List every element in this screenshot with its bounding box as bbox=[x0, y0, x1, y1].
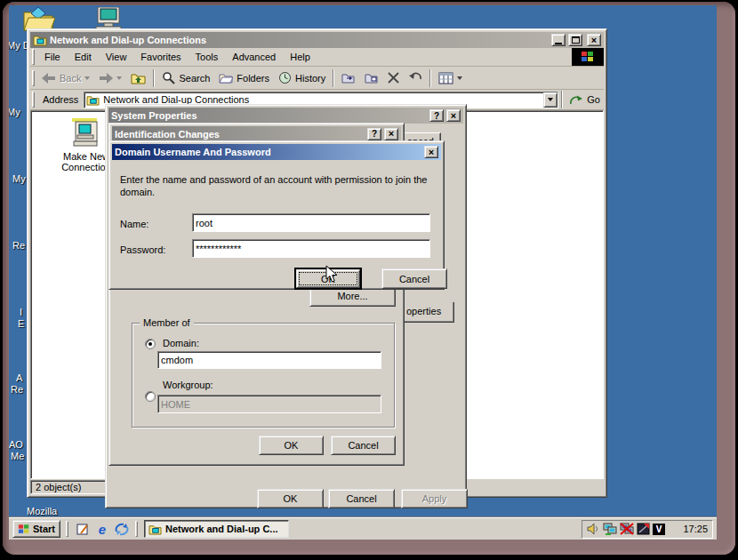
views-dropdown-icon[interactable] bbox=[457, 76, 462, 80]
delete-button[interactable] bbox=[383, 69, 404, 86]
member-of-groupbox: Member of Domain: Workgroup: bbox=[132, 323, 395, 428]
menu-favorites[interactable]: Favorites bbox=[133, 49, 188, 65]
history-icon bbox=[278, 71, 292, 84]
network-disconnected-icon[interactable] bbox=[620, 523, 634, 535]
properties-button-label: operties bbox=[406, 306, 441, 316]
sysprops-ok-label: OK bbox=[284, 493, 298, 504]
explorer-titlebar[interactable]: Network and Dial-up Connections × bbox=[30, 32, 604, 48]
desktop-screen: My D My My Re I E A Re AO Me Mozilla Net… bbox=[9, 5, 717, 540]
connections-folder-icon bbox=[33, 34, 47, 46]
delete-icon bbox=[388, 72, 399, 84]
desktop-label-recycle-bin[interactable]: Re bbox=[12, 240, 25, 251]
menu-help[interactable]: Help bbox=[283, 49, 317, 65]
up-button[interactable] bbox=[126, 69, 150, 87]
system-properties-titlebar[interactable]: System Properties ? × bbox=[108, 108, 463, 124]
desktop-label-acrobat-line1[interactable]: A bbox=[16, 372, 22, 383]
more-button-label: More... bbox=[337, 291, 367, 301]
internet-explorer-button[interactable]: e bbox=[94, 521, 110, 537]
toolbar-grip[interactable] bbox=[32, 70, 35, 86]
sysprops-ok-button[interactable]: OK bbox=[257, 489, 324, 508]
taskband-grip[interactable] bbox=[135, 521, 138, 537]
desktop-label-internet-line2[interactable]: E bbox=[18, 318, 24, 329]
taskbar-clock[interactable]: 17:25 bbox=[683, 524, 708, 534]
vnc-icon[interactable]: V bbox=[653, 524, 665, 535]
history-label: History bbox=[295, 73, 325, 84]
desktop-label-my-network[interactable]: My bbox=[12, 173, 26, 184]
search-label: Search bbox=[179, 73, 210, 84]
toolbar-separator bbox=[153, 69, 155, 87]
domain-input[interactable] bbox=[157, 351, 381, 369]
password-input[interactable] bbox=[192, 239, 430, 258]
identification-close-button[interactable]: × bbox=[384, 128, 398, 140]
domain-cancel-button[interactable]: Cancel bbox=[381, 268, 447, 289]
desktop-label-mozilla[interactable]: Mozilla bbox=[27, 506, 57, 516]
minimize-button[interactable] bbox=[551, 34, 566, 46]
identification-titlebar[interactable]: Identification Changes ? × bbox=[112, 126, 401, 141]
identification-help-button[interactable]: ? bbox=[367, 128, 381, 140]
domain-dialog-titlebar[interactable]: Domain Username And Password × bbox=[112, 144, 441, 160]
history-button[interactable]: History bbox=[274, 68, 330, 87]
search-button[interactable]: Search bbox=[157, 68, 214, 87]
address-label: Address bbox=[37, 94, 84, 105]
workgroup-radio[interactable] bbox=[145, 391, 156, 402]
show-desktop-button[interactable] bbox=[75, 521, 91, 537]
volume-icon[interactable] bbox=[587, 523, 600, 535]
back-button[interactable]: Back bbox=[37, 70, 94, 86]
member-of-legend: Member of bbox=[140, 317, 194, 328]
system-tray: V 17:25 bbox=[582, 520, 713, 539]
menu-view[interactable]: View bbox=[99, 49, 134, 65]
menu-file[interactable]: File bbox=[37, 49, 68, 65]
system-properties-close-button[interactable]: × bbox=[446, 109, 461, 122]
sysprops-apply-button[interactable]: Apply bbox=[401, 489, 468, 508]
tray-utility-icon[interactable] bbox=[637, 523, 650, 535]
start-button[interactable]: Start bbox=[12, 520, 60, 538]
menu-advanced[interactable]: Advanced bbox=[225, 49, 283, 65]
name-input[interactable] bbox=[192, 213, 430, 232]
undo-button[interactable] bbox=[404, 69, 427, 86]
go-button[interactable]: Go bbox=[566, 92, 604, 108]
copy-to-button[interactable] bbox=[360, 69, 383, 86]
sysprops-apply-label: Apply bbox=[422, 493, 447, 504]
forward-dropdown-icon[interactable] bbox=[116, 76, 122, 80]
forward-button[interactable] bbox=[94, 70, 126, 86]
explorer-menubar: File Edit View Favorites Tools Advanced … bbox=[30, 48, 604, 67]
domain-dialog-message: Enter the name and password of an accoun… bbox=[120, 173, 433, 198]
menubar-grip[interactable] bbox=[32, 49, 35, 65]
views-button[interactable] bbox=[434, 69, 467, 87]
menu-edit[interactable]: Edit bbox=[68, 49, 99, 65]
maximize-button[interactable] bbox=[568, 34, 582, 46]
copy-to-icon bbox=[365, 72, 379, 84]
desktop-label-aol-line1[interactable]: AO bbox=[9, 439, 23, 450]
domain-password-dialog: Domain Username And Password × Enter the… bbox=[108, 140, 445, 290]
domain-radio[interactable] bbox=[145, 339, 156, 349]
sysprops-cancel-button[interactable]: Cancel bbox=[328, 489, 395, 508]
outlook-express-button[interactable] bbox=[114, 521, 130, 537]
close-icon: × bbox=[591, 36, 597, 45]
address-dropdown-button[interactable] bbox=[543, 92, 558, 108]
desktop-label-aol-line2[interactable]: Me bbox=[11, 451, 24, 461]
close-button[interactable]: × bbox=[587, 34, 601, 46]
properties-button-fragment[interactable]: operties bbox=[405, 302, 454, 323]
desktop-label-my-computer[interactable]: My bbox=[9, 107, 20, 117]
move-to-button[interactable] bbox=[337, 69, 360, 86]
identification-ok-button[interactable]: OK bbox=[259, 436, 324, 455]
views-icon bbox=[438, 72, 453, 84]
desktop-label-acrobat-line2[interactable]: Re bbox=[11, 384, 23, 395]
taskbar: Start e Network and Dial-up C... bbox=[9, 517, 717, 540]
desktop-label-internet-line1[interactable]: I bbox=[20, 307, 22, 317]
addressbar-grip[interactable] bbox=[32, 92, 35, 108]
system-properties-help-button[interactable]: ? bbox=[429, 109, 444, 122]
menu-tools[interactable]: Tools bbox=[189, 49, 226, 65]
make-new-connection-icon bbox=[70, 116, 102, 148]
back-dropdown-icon[interactable] bbox=[84, 76, 90, 80]
taskbar-window-button-label: Network and Dial-up C... bbox=[165, 524, 278, 534]
folders-button[interactable]: Folders bbox=[214, 69, 274, 86]
quicklaunch-grip[interactable] bbox=[66, 521, 68, 537]
windows-logo-icon bbox=[572, 48, 604, 66]
addressbar-separator bbox=[561, 91, 563, 108]
back-arrow-icon bbox=[42, 73, 56, 84]
domain-dialog-close-button[interactable]: × bbox=[424, 146, 438, 158]
network-connection-icon[interactable] bbox=[603, 523, 617, 535]
taskbar-window-button[interactable]: Network and Dial-up C... bbox=[144, 520, 289, 538]
identification-cancel-button[interactable]: Cancel bbox=[331, 436, 396, 455]
